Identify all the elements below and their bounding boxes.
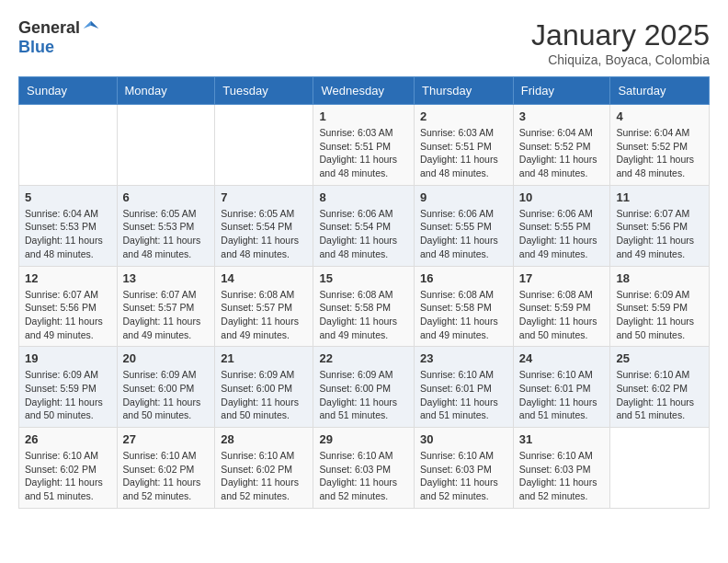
calendar-header-row: SundayMondayTuesdayWednesdayThursdayFrid… bbox=[19, 77, 710, 105]
day-info: Sunrise: 6:05 AM Sunset: 5:54 PM Dayligh… bbox=[221, 207, 307, 261]
day-info: Sunrise: 6:10 AM Sunset: 6:03 PM Dayligh… bbox=[519, 449, 605, 503]
day-number: 5 bbox=[25, 190, 111, 204]
day-info: Sunrise: 6:09 AM Sunset: 6:00 PM Dayligh… bbox=[221, 368, 307, 422]
calendar-week-4: 19Sunrise: 6:09 AM Sunset: 5:59 PM Dayli… bbox=[19, 347, 710, 428]
day-number: 31 bbox=[519, 432, 605, 446]
day-number: 3 bbox=[519, 109, 605, 123]
logo-blue-text: Blue bbox=[18, 38, 54, 57]
day-number: 4 bbox=[616, 109, 703, 123]
calendar-cell: 23Sunrise: 6:10 AM Sunset: 6:01 PM Dayli… bbox=[415, 347, 514, 428]
day-number: 27 bbox=[123, 432, 210, 446]
calendar-cell: 3Sunrise: 6:04 AM Sunset: 5:52 PM Daylig… bbox=[513, 105, 610, 186]
calendar-subtitle: Chiquiza, Boyaca, Colombia bbox=[531, 52, 710, 67]
day-number: 23 bbox=[420, 351, 507, 365]
day-header-wednesday: Wednesday bbox=[313, 77, 415, 105]
day-number: 8 bbox=[319, 190, 408, 204]
logo-general-text: General bbox=[18, 18, 80, 38]
day-header-thursday: Thursday bbox=[415, 77, 514, 105]
day-number: 24 bbox=[519, 351, 605, 365]
day-info: Sunrise: 6:04 AM Sunset: 5:52 PM Dayligh… bbox=[616, 126, 703, 180]
day-number: 29 bbox=[319, 432, 408, 446]
day-number: 19 bbox=[25, 351, 111, 365]
calendar-week-2: 5Sunrise: 6:04 AM Sunset: 5:53 PM Daylig… bbox=[19, 185, 710, 266]
day-header-monday: Monday bbox=[117, 77, 215, 105]
day-number: 12 bbox=[25, 271, 111, 285]
day-number: 15 bbox=[319, 271, 408, 285]
day-info: Sunrise: 6:07 AM Sunset: 5:57 PM Dayligh… bbox=[123, 288, 210, 342]
calendar-cell: 1Sunrise: 6:03 AM Sunset: 5:51 PM Daylig… bbox=[313, 105, 415, 186]
calendar-cell: 2Sunrise: 6:03 AM Sunset: 5:51 PM Daylig… bbox=[415, 105, 514, 186]
calendar-cell: 17Sunrise: 6:08 AM Sunset: 5:59 PM Dayli… bbox=[513, 266, 610, 347]
day-info: Sunrise: 6:03 AM Sunset: 5:51 PM Dayligh… bbox=[319, 126, 408, 180]
calendar-cell: 11Sunrise: 6:07 AM Sunset: 5:56 PM Dayli… bbox=[610, 185, 710, 266]
day-number: 30 bbox=[420, 432, 507, 446]
day-info: Sunrise: 6:08 AM Sunset: 5:57 PM Dayligh… bbox=[221, 288, 307, 342]
day-info: Sunrise: 6:08 AM Sunset: 5:58 PM Dayligh… bbox=[420, 288, 507, 342]
calendar-cell: 8Sunrise: 6:06 AM Sunset: 5:54 PM Daylig… bbox=[313, 185, 415, 266]
calendar-cell bbox=[19, 105, 118, 186]
day-info: Sunrise: 6:10 AM Sunset: 6:03 PM Dayligh… bbox=[420, 449, 507, 503]
calendar-cell: 13Sunrise: 6:07 AM Sunset: 5:57 PM Dayli… bbox=[117, 266, 215, 347]
calendar-title: January 2025 bbox=[531, 18, 710, 52]
day-number: 21 bbox=[221, 351, 307, 365]
calendar-cell: 21Sunrise: 6:09 AM Sunset: 6:00 PM Dayli… bbox=[215, 347, 313, 428]
calendar-cell bbox=[215, 105, 313, 186]
calendar-cell: 19Sunrise: 6:09 AM Sunset: 5:59 PM Dayli… bbox=[19, 347, 118, 428]
day-number: 6 bbox=[123, 190, 210, 204]
day-number: 22 bbox=[319, 351, 408, 365]
day-header-saturday: Saturday bbox=[610, 77, 710, 105]
day-info: Sunrise: 6:10 AM Sunset: 6:03 PM Dayligh… bbox=[319, 449, 408, 503]
day-info: Sunrise: 6:07 AM Sunset: 5:56 PM Dayligh… bbox=[616, 207, 703, 261]
day-number: 18 bbox=[616, 271, 703, 285]
page-header: General Blue January 2025 Chiquiza, Boya… bbox=[18, 18, 710, 67]
calendar-cell: 16Sunrise: 6:08 AM Sunset: 5:58 PM Dayli… bbox=[415, 266, 514, 347]
calendar-week-1: 1Sunrise: 6:03 AM Sunset: 5:51 PM Daylig… bbox=[19, 105, 710, 186]
day-number: 25 bbox=[616, 351, 703, 365]
calendar-week-5: 26Sunrise: 6:10 AM Sunset: 6:02 PM Dayli… bbox=[19, 428, 710, 509]
day-info: Sunrise: 6:06 AM Sunset: 5:54 PM Dayligh… bbox=[319, 207, 408, 261]
calendar-cell: 4Sunrise: 6:04 AM Sunset: 5:52 PM Daylig… bbox=[610, 105, 710, 186]
day-number: 7 bbox=[221, 190, 307, 204]
calendar-cell: 6Sunrise: 6:05 AM Sunset: 5:53 PM Daylig… bbox=[117, 185, 215, 266]
calendar-cell: 14Sunrise: 6:08 AM Sunset: 5:57 PM Dayli… bbox=[215, 266, 313, 347]
calendar-cell bbox=[610, 428, 710, 509]
day-number: 14 bbox=[221, 271, 307, 285]
day-number: 20 bbox=[123, 351, 210, 365]
day-info: Sunrise: 6:07 AM Sunset: 5:56 PM Dayligh… bbox=[25, 288, 111, 342]
day-header-tuesday: Tuesday bbox=[215, 77, 313, 105]
day-number: 28 bbox=[221, 432, 307, 446]
day-info: Sunrise: 6:08 AM Sunset: 5:59 PM Dayligh… bbox=[519, 288, 605, 342]
day-info: Sunrise: 6:05 AM Sunset: 5:53 PM Dayligh… bbox=[123, 207, 210, 261]
day-info: Sunrise: 6:08 AM Sunset: 5:58 PM Dayligh… bbox=[319, 288, 408, 342]
logo-icon bbox=[82, 19, 100, 38]
calendar-cell: 25Sunrise: 6:10 AM Sunset: 6:02 PM Dayli… bbox=[610, 347, 710, 428]
calendar-cell bbox=[117, 105, 215, 186]
day-info: Sunrise: 6:10 AM Sunset: 6:02 PM Dayligh… bbox=[25, 449, 111, 503]
title-block: January 2025 Chiquiza, Boyaca, Colombia bbox=[531, 18, 710, 67]
day-number: 9 bbox=[420, 190, 507, 204]
day-info: Sunrise: 6:09 AM Sunset: 5:59 PM Dayligh… bbox=[616, 288, 703, 342]
calendar-cell: 20Sunrise: 6:09 AM Sunset: 6:00 PM Dayli… bbox=[117, 347, 215, 428]
day-info: Sunrise: 6:10 AM Sunset: 6:01 PM Dayligh… bbox=[519, 368, 605, 422]
calendar-cell: 12Sunrise: 6:07 AM Sunset: 5:56 PM Dayli… bbox=[19, 266, 118, 347]
day-info: Sunrise: 6:09 AM Sunset: 5:59 PM Dayligh… bbox=[25, 368, 111, 422]
day-number: 2 bbox=[420, 109, 507, 123]
day-header-sunday: Sunday bbox=[19, 77, 118, 105]
calendar-cell: 9Sunrise: 6:06 AM Sunset: 5:55 PM Daylig… bbox=[415, 185, 514, 266]
calendar-week-3: 12Sunrise: 6:07 AM Sunset: 5:56 PM Dayli… bbox=[19, 266, 710, 347]
logo: General Blue bbox=[18, 18, 100, 57]
day-info: Sunrise: 6:10 AM Sunset: 6:01 PM Dayligh… bbox=[420, 368, 507, 422]
day-info: Sunrise: 6:10 AM Sunset: 6:02 PM Dayligh… bbox=[221, 449, 307, 503]
day-info: Sunrise: 6:03 AM Sunset: 5:51 PM Dayligh… bbox=[420, 126, 507, 180]
calendar-cell: 30Sunrise: 6:10 AM Sunset: 6:03 PM Dayli… bbox=[415, 428, 514, 509]
day-number: 10 bbox=[519, 190, 605, 204]
day-header-friday: Friday bbox=[513, 77, 610, 105]
day-info: Sunrise: 6:10 AM Sunset: 6:02 PM Dayligh… bbox=[123, 449, 210, 503]
calendar-cell: 22Sunrise: 6:09 AM Sunset: 6:00 PM Dayli… bbox=[313, 347, 415, 428]
calendar-cell: 24Sunrise: 6:10 AM Sunset: 6:01 PM Dayli… bbox=[513, 347, 610, 428]
calendar-cell: 29Sunrise: 6:10 AM Sunset: 6:03 PM Dayli… bbox=[313, 428, 415, 509]
day-info: Sunrise: 6:04 AM Sunset: 5:53 PM Dayligh… bbox=[25, 207, 111, 261]
calendar-cell: 10Sunrise: 6:06 AM Sunset: 5:55 PM Dayli… bbox=[513, 185, 610, 266]
calendar-cell: 27Sunrise: 6:10 AM Sunset: 6:02 PM Dayli… bbox=[117, 428, 215, 509]
calendar-cell: 5Sunrise: 6:04 AM Sunset: 5:53 PM Daylig… bbox=[19, 185, 118, 266]
